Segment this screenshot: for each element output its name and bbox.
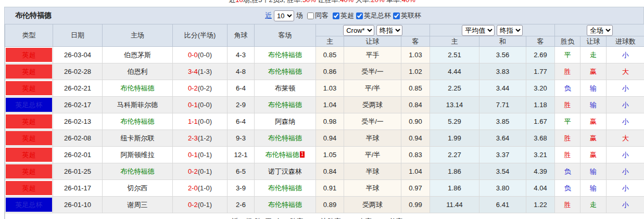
league-type-cell: 英足总杯 [5,197,53,213]
league-filter-checkbox[interactable] [356,12,363,19]
corner-score: 4-3 [228,47,255,63]
avg-draw: 3.37 [479,147,526,163]
home-team: 纽卡斯尔联 [103,130,173,147]
match-history-table: 类型 日期 主场 比分(半场) 角球 客场 Crow* 终指 平均值 [5,24,644,219]
league-type-cell: 英超 [5,180,53,197]
away-team: 布伦特福德 [255,63,316,80]
avg-draw: 6.41 [479,197,526,213]
odds-handicap: 受半/一 [344,63,401,80]
handicap-result-cell: 赢 [580,63,607,80]
away-team-name: 布伦特福德 [266,151,299,159]
fulltime-score: 0-1 [188,101,198,109]
league-filter[interactable]: 英联杯 [393,11,421,20]
halftime-score: (0-1) [198,151,212,159]
avg-away: 4.39 [526,163,555,180]
avg-source-select[interactable]: 平均值 [462,25,495,36]
table-row: 英超 26-01-17 切尔西 2-0(1-0) 3-9 布伦特福德 0.91 … [5,180,644,197]
league-filter-checkbox[interactable] [393,12,400,19]
odds-source-select[interactable]: Crow* [343,25,374,36]
result-cell: 胜 [555,197,580,213]
handicap-result-cell: 输 [580,97,607,113]
odds-handicap: 平/半 [344,147,401,163]
home-team: 阿斯顿维拉 [103,147,173,163]
recent-link[interactable]: 近 [265,11,272,20]
league-filter[interactable]: 英足总杯 [356,11,391,20]
league-filter[interactable]: 英超 [333,11,354,20]
col-header-goals: 进球数 [607,36,644,47]
result-cell: 负 [555,180,580,197]
fulltime-score: 0-0 [188,51,198,59]
corner-score: 6-4 [228,80,255,97]
away-team: 布伦特福德 [255,180,316,197]
odds-home: 1.03 [316,80,344,97]
fulltime-score: 2-0 [188,184,198,192]
table-row: 英足总杯 26-02-17 马科斯菲尔德 0-1(0-0) 2-9 布伦特福德 … [5,97,644,113]
same-away-filter[interactable]: 同客 [307,11,329,20]
clipped-summary-text: 近10场,胜5平2负3, 胜率:50% 让胜率:40% 大率:20% 单率:40… [0,0,644,4]
col-header-corner: 角球 [228,24,255,47]
col-header-odds-handicap: 让球 [344,36,401,47]
avg-away: 3.20 [526,80,555,97]
recent-count-select[interactable]: 10 [274,10,294,21]
away-team: 布伦特福德 [255,197,316,213]
avg-home: 1.86 [430,180,479,197]
avg-home: 4.44 [430,63,479,80]
match-date: 26-02-01 [53,147,103,163]
col-header-avg-home: 主 [430,36,479,47]
handicap-result-cell: 赢 [580,130,607,147]
avg-stage-select[interactable]: 终指 [497,25,523,36]
away-team: 布伦特福德 [255,47,316,63]
match-date: 26-02-08 [53,130,103,147]
avg-home: 1.86 [430,163,479,180]
odds-home: 0.98 [316,113,344,130]
avg-home: 13.14 [430,97,479,113]
odds-handicap: 半球 [344,163,401,180]
odds-away: 1.02 [401,63,430,80]
goals-cell: 小 [607,147,644,163]
match-date: 26-03-04 [53,47,103,63]
avg-away: 2.69 [526,47,555,63]
away-team: 布伦特福德 [255,97,316,113]
halftime-score: (0-2) [198,84,212,92]
col-header-avg-draw: 和 [479,36,526,47]
corner-score: 6-5 [228,163,255,180]
league-badge: 英超 [6,114,52,128]
score-cell: 0-0(0-0) [173,47,228,63]
league-filter-checkbox[interactable] [333,12,339,19]
corner-score: 2-6 [228,197,255,213]
panel-titlebar: 布伦特福德 近 10 场 同客 英超英足总杯英联杯 [5,7,643,24]
result-cell: 负 [555,163,580,180]
table-row: 英超 26-02-13 布伦特福德 1-1(0-0) 6-4 阿森纳 0.98 … [5,113,644,130]
odds-away: 0.84 [401,97,430,113]
result-cell: 负 [555,80,580,97]
odds-away: 0.83 [401,147,430,163]
summary-segment: 50% [302,0,316,4]
odds-home: 1.05 [316,147,344,163]
fulltime-score: 0-2 [188,168,198,175]
summary-segment: 单率: [384,0,401,4]
result-cell: 胜 [555,63,580,80]
odds-stage-select[interactable]: 终指 [376,25,402,36]
match-date: 26-02-21 [53,80,103,97]
scope-select[interactable]: 全场 [587,25,613,36]
away-team-name: 布伦特福德 [268,68,302,75]
goals-cell: 小 [607,197,644,213]
avg-draw: 3.44 [479,80,526,97]
odds-handicap: 半球 [344,180,401,197]
away-team-name: 布伦特福德 [268,101,302,109]
odds-home: 0.84 [316,163,344,180]
goals-cell: 大 [607,63,644,80]
fulltime-score: 2-3 [188,134,198,142]
same-away-checkbox[interactable] [307,12,314,19]
table-row: 英超 26-02-28 伯恩利 3-4(1-3) 4-8 布伦特福德 0.86 … [5,63,644,80]
goals-cell: 小 [607,80,644,97]
corner-score: 3-9 [228,180,255,197]
clipped-summary-above: 近10场,胜5平2负3, 胜率:50% 让胜率:40% 大率:20% 单率:40… [0,0,644,4]
table-row: 英超 26-01-25 布伦特福德 0-2(0-1) 6-5 诺丁汉森林 0.8… [5,163,644,180]
table-row: 英超 26-02-08 纽卡斯尔联 2-3(1-2) 9-3 布伦特福德 0.9… [5,130,644,147]
home-team: 布伦特福德 [103,163,173,180]
corner-score: 2-9 [228,97,255,113]
odds-away: 1.03 [401,47,430,63]
match-date: 26-01-17 [53,180,103,197]
league-badge: 英超 [6,181,52,195]
